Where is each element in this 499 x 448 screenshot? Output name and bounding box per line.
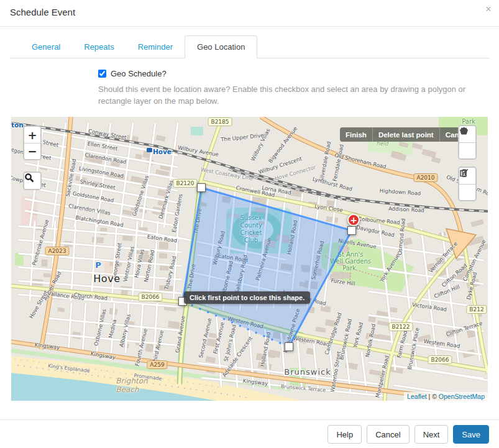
search-control [23,171,42,190]
leaflet-link[interactable]: Leaflet [407,393,427,400]
attribution-separator: | © [427,393,439,400]
search-button[interactable] [24,173,40,189]
draw-tooltip: Click first point to close this shape. [184,291,310,304]
red-plus-marker[interactable]: + [347,214,360,226]
tab-general[interactable]: General [20,36,72,58]
trash-icon [459,168,469,178]
dialog-header: Schedule Event × [0,0,499,27]
zoom-out-button[interactable]: − [24,143,40,159]
map-attribution: Leaflet | © OpenStreetMap [404,392,488,401]
osm-link[interactable]: OpenStreetMap [439,393,485,400]
zoom-in-button[interactable]: + [24,127,40,143]
dialog-title: Schedule Event [10,7,75,17]
polygon-vertex-marker[interactable] [285,342,293,351]
geo-form: Geo Schedule? Should this event be locat… [98,69,488,107]
draw-actionbar: Finish Delete last point Cancel [340,127,474,142]
polygon-vertex-marker[interactable] [347,226,356,235]
draw-toolbar [458,125,477,160]
close-icon[interactable]: × [485,4,492,14]
dialog-footer: Help Cancel Next Save [0,419,499,448]
cancel-button[interactable]: Cancel [367,425,409,444]
next-button[interactable]: Next [414,425,449,444]
geo-schedule-label: Geo Schedule? [111,69,167,78]
zoom-control: + − [23,126,42,160]
tab-geo-location[interactable]: Geo Location [185,35,257,58]
polygon-vertex-marker[interactable] [197,183,206,192]
geo-schedule-checkbox[interactable] [98,70,106,78]
delete-last-point-action[interactable]: Delete last point [372,127,439,142]
rectangle-icon [459,126,469,135]
map-canvas[interactable]: Conway StreetEllen StreetClarendon RoadL… [11,117,488,401]
delete-layers-button[interactable] [459,184,475,200]
finish-action[interactable]: Finish [340,127,372,142]
help-button[interactable]: Help [327,425,362,444]
save-button[interactable]: Save [453,425,489,444]
edit-toolbar [458,167,477,201]
geo-description: Should this event be location aware? Ena… [98,83,488,107]
tab-reminder[interactable]: Reminder [126,36,185,58]
search-icon [24,173,34,183]
draw-rectangle-button[interactable] [459,142,475,158]
tab-bar: General Repeats Reminder Geo Location [10,35,489,58]
map-base [11,117,488,401]
tab-repeats[interactable]: Repeats [72,36,126,58]
